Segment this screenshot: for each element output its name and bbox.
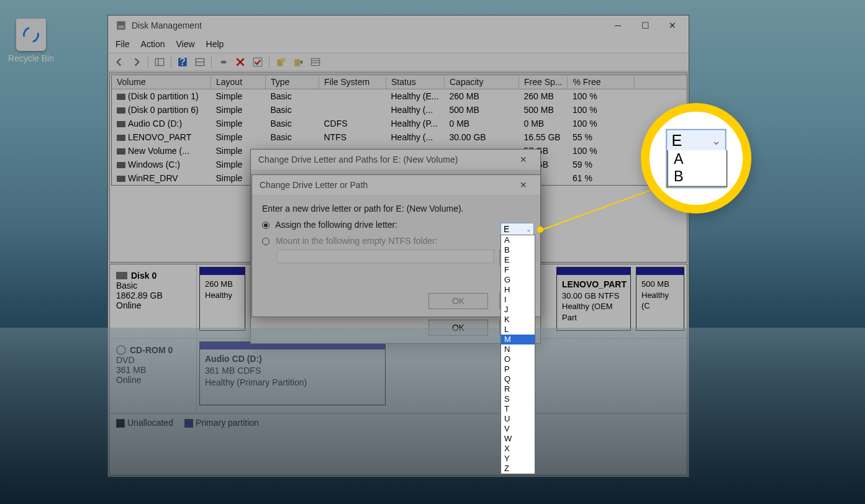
drive-letter-option[interactable]: X [501, 444, 535, 454]
list-icon[interactable] [308, 55, 323, 70]
col-free[interactable]: Free Sp... [519, 75, 568, 89]
show-hide-console-tree-icon[interactable] [152, 55, 167, 70]
dialog-outer-ok-button[interactable]: OK [428, 320, 488, 336]
menu-action[interactable]: Action [141, 39, 165, 49]
extend-icon[interactable] [291, 55, 306, 70]
dialog-outer-titlebar[interactable]: Change Drive Letter and Paths for E: (Ne… [251, 150, 540, 169]
cdrom-partition[interactable]: Audio CD (D:) 361 MB CDFS Healthy (Prima… [199, 341, 386, 405]
settings-view-icon[interactable] [192, 55, 207, 70]
partition-box[interactable]: LENOVO_PART30.00 GB NTFSHealthy (OEM Par… [556, 267, 631, 331]
menu-file[interactable]: File [115, 39, 130, 49]
window-title: Disk Management [132, 20, 604, 30]
radio-assign[interactable] [262, 222, 269, 229]
chevron-down-icon: ⌄ [712, 133, 720, 146]
dialog-outer-close-icon[interactable]: ✕ [514, 151, 533, 168]
recycle-bin-label: Recycle Bin [5, 53, 57, 63]
drive-letter-option[interactable]: Y [501, 454, 535, 464]
back-icon[interactable] [112, 55, 127, 70]
disk0-size: 1862.89 GB [116, 290, 190, 300]
desktop-background: Recycle Bin Disk Management ─ ☐ ✕ File A… [0, 0, 865, 504]
radio-mount [262, 238, 269, 245]
col-pctfree[interactable]: % Free [568, 75, 635, 89]
drive-letter-option[interactable]: W [501, 434, 535, 444]
legend-unallocated: Unallocated [127, 418, 173, 428]
action-plug-icon[interactable] [215, 55, 230, 70]
disk0-type: Basic [116, 281, 190, 290]
help-icon[interactable]: ? [175, 55, 190, 70]
new-icon[interactable] [273, 55, 288, 70]
drive-letter-option[interactable]: L [501, 325, 535, 335]
dialog-inner-title: Change Drive Letter or Path [260, 180, 368, 190]
drive-letter-dropdown[interactable]: ABEFGHIJKLMNOPQRSTUVWXYZ [500, 235, 535, 474]
drive-letter-option[interactable]: B [501, 245, 535, 255]
svg-rect-8 [221, 61, 227, 64]
menu-help[interactable]: Help [206, 39, 224, 49]
drive-letter-option[interactable]: J [501, 305, 535, 315]
titlebar[interactable]: Disk Management ─ ☐ ✕ [108, 16, 689, 35]
drive-letter-selected: E [504, 224, 509, 234]
partition-box[interactable]: 500 MBHealthy (C [636, 267, 684, 331]
legend: Unallocated Primary partition [110, 413, 687, 431]
svg-text:?: ? [179, 56, 186, 67]
option-mount-label: Mount in the following empty NTFS folder… [276, 236, 438, 246]
callout-combo-list: AB [667, 150, 727, 187]
col-filesystem[interactable]: File System [319, 75, 386, 89]
disk-icon [116, 272, 127, 279]
drive-letter-option[interactable]: F [501, 265, 535, 275]
svg-rect-1 [119, 25, 124, 29]
option-mount-row: Mount in the following empty NTFS folder… [262, 236, 530, 246]
cdrom-partitions: Audio CD (D:) 361 MB CDFS Healthy (Prima… [197, 339, 687, 413]
dialog-inner-titlebar[interactable]: Change Drive Letter or Path ✕ [252, 175, 540, 195]
minimize-button[interactable]: ─ [604, 16, 632, 35]
drive-letter-option[interactable]: R [501, 384, 535, 394]
maximize-button[interactable]: ☐ [632, 16, 659, 35]
mount-path-input [277, 250, 494, 263]
col-type[interactable]: Type [266, 75, 319, 89]
col-status[interactable]: Status [386, 75, 445, 89]
drive-letter-option[interactable]: K [501, 315, 535, 325]
volume-header-row: Volume Layout Type File System Status Ca… [112, 75, 688, 89]
menu-view[interactable]: View [176, 39, 194, 49]
drive-letter-option[interactable]: T [501, 404, 535, 414]
drive-letter-option[interactable]: I [501, 295, 535, 305]
callout-combo: E ⌄ AB [666, 128, 726, 187]
svg-rect-12 [294, 60, 300, 66]
dialog-inner-ok-button[interactable]: OK [428, 293, 488, 309]
drive-letter-option[interactable]: E [501, 255, 535, 265]
close-button[interactable]: ✕ [659, 16, 686, 35]
cdrom-row[interactable]: CD-ROM 0 DVD 361 MB Online Audio CD (D:)… [110, 339, 687, 413]
callout-combo-selected: E [671, 131, 682, 149]
properties-check-icon[interactable] [250, 55, 265, 70]
drive-letter-option[interactable]: A [501, 235, 535, 245]
col-volume[interactable]: Volume [112, 75, 211, 89]
drive-letter-option[interactable]: G [501, 275, 535, 285]
drive-letter-option[interactable]: Z [501, 464, 535, 474]
table-row[interactable]: (Disk 0 partition 6)SimpleBasicHealthy (… [112, 103, 688, 117]
drive-letter-option[interactable]: H [501, 285, 535, 295]
cdrom-part-title: Audio CD (D:) [205, 354, 262, 364]
drive-letter-option[interactable]: U [501, 414, 535, 424]
table-row[interactable]: (Disk 0 partition 1)SimpleBasicHealthy (… [112, 89, 688, 104]
table-row[interactable]: Audio CD (D:)SimpleBasicCDFSHealthy (P..… [112, 117, 688, 130]
recycle-bin-desktop-icon[interactable]: Recycle Bin [5, 19, 57, 63]
drive-letter-option[interactable]: P [501, 364, 535, 374]
delete-icon[interactable] [233, 55, 248, 70]
toolbar: ? [108, 53, 689, 71]
drive-letter-option[interactable]: Q [501, 374, 535, 384]
drive-letter-combo[interactable]: E ⌄ ABEFGHIJKLMNOPQRSTUVWXYZ [500, 223, 534, 235]
drive-letter-option[interactable]: V [501, 424, 535, 434]
dialog-inner-close-icon[interactable]: ✕ [514, 176, 533, 194]
partition-box[interactable]: 260 MBHealthy [199, 267, 245, 331]
app-icon [115, 20, 127, 31]
table-row[interactable]: LENOVO_PARTSimpleBasicNTFSHealthy (...30… [112, 130, 688, 144]
forward-icon[interactable] [129, 55, 144, 70]
drive-letter-option[interactable]: N [501, 344, 535, 354]
option-assign-row[interactable]: Assign the following drive letter: [262, 220, 530, 230]
col-layout[interactable]: Layout [211, 75, 266, 89]
disk0-info: Disk 0 Basic 1862.89 GB Online [110, 264, 197, 338]
drive-letter-option[interactable]: O [501, 354, 535, 364]
col-capacity[interactable]: Capacity [445, 75, 519, 89]
drive-letter-option[interactable]: M [501, 335, 535, 344]
cdrom-size: 361 MB [116, 365, 190, 375]
drive-letter-option[interactable]: S [501, 394, 535, 404]
